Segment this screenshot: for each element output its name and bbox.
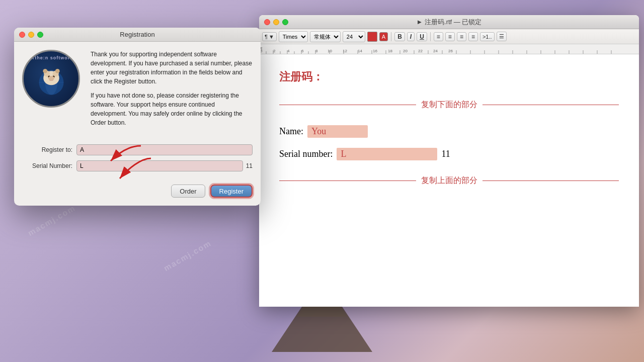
svg-text:26: 26 — [448, 49, 453, 53]
top-divider-line-left — [279, 105, 416, 105]
serial-number-input[interactable] — [76, 160, 243, 171]
svg-text:2: 2 — [273, 49, 276, 53]
bottom-divider-line-right — [482, 180, 619, 181]
svg-text:10: 10 — [328, 49, 332, 53]
doc-name-label: Name: — [279, 126, 303, 137]
rtf-close-button[interactable] — [264, 19, 270, 25]
document-title: 注册码： — [279, 69, 619, 84]
register-button[interactable]: Register — [210, 185, 253, 198]
align-right-button[interactable]: ≡ — [457, 32, 466, 41]
dialog-body: northe:n softworks — [14, 42, 261, 140]
register-to-label: Register to: — [22, 146, 72, 153]
description-paragraph-2: If you have not done so, please consider… — [91, 91, 253, 127]
dialog-fields: Register to: Serial Number: 11 — [14, 140, 261, 185]
register-to-input[interactable] — [76, 144, 253, 155]
serial-number-input-container: 11 — [76, 160, 253, 171]
rtf-titlebar: ► 注册码.rtf — 已锁定 — [259, 15, 639, 29]
register-to-row: Register to: — [22, 144, 253, 155]
minimize-button[interactable] — [28, 32, 34, 38]
font-name-select[interactable]: Times — [279, 31, 308, 42]
maximize-button[interactable] — [37, 32, 43, 38]
rtf-content: 注册码： 复制下面的部分 Name: You Serial number: L … — [259, 54, 639, 307]
text-color-button[interactable] — [367, 32, 377, 42]
order-button[interactable]: Order — [171, 185, 205, 198]
color-picker-button[interactable]: A — [379, 32, 388, 41]
register-to-input-container — [76, 144, 253, 155]
svg-text:18: 18 — [388, 49, 392, 53]
svg-text:4: 4 — [287, 49, 290, 53]
paragraph-icon: ¶ — [265, 34, 268, 40]
font-size-select[interactable]: 24 — [343, 31, 365, 42]
top-divider-text: 复制下面的部分 — [421, 100, 477, 110]
logo-text-top: northe:n softworks — [26, 55, 76, 60]
bold-button[interactable]: B — [394, 32, 405, 41]
doc-serial-label: Serial number: — [279, 149, 333, 159]
serial-number-label: Serial Number: — [22, 162, 72, 169]
underline-button[interactable]: U — [417, 32, 427, 41]
bear-logo-icon — [34, 61, 69, 97]
bottom-divider-line-left — [279, 180, 416, 181]
registration-dialog: Registration northe:n softworks — [14, 28, 261, 206]
titlebar-controls — [19, 32, 43, 38]
svg-text:6: 6 — [301, 49, 304, 53]
dialog-titlebar: Registration — [14, 28, 261, 42]
doc-name-row: Name: You — [279, 125, 619, 138]
rtf-ruler: 0 2 4 6 8 10 12 14 16 18 20 22 24 26 — [259, 44, 639, 54]
toolbar-divider-1 — [391, 32, 391, 41]
italic-button[interactable]: I — [407, 32, 415, 41]
doc-serial-row: Serial number: L 11 — [279, 148, 619, 160]
svg-point-9 — [55, 68, 59, 73]
rtf-titlebar-controls — [264, 19, 288, 25]
svg-text:14: 14 — [358, 49, 362, 53]
watermark-6: macmj.com — [163, 239, 213, 274]
bottom-divider-section: 复制上面的部分 — [279, 175, 619, 186]
bottom-divider-text: 复制上面的部分 — [421, 175, 477, 186]
align-left-button[interactable]: ≡ — [434, 32, 443, 41]
svg-text:8: 8 — [315, 49, 318, 53]
svg-text:22: 22 — [418, 49, 423, 53]
align-center-button[interactable]: ≡ — [445, 32, 455, 41]
font-style-select[interactable]: 常规体 — [310, 31, 341, 42]
list-button[interactable]: ☰ — [497, 32, 507, 41]
serial-number-row: Serial Number: 11 — [22, 160, 253, 171]
top-divider-section: 复制下面的部分 — [279, 100, 619, 110]
dialog-logo: northe:n softworks — [22, 50, 83, 110]
rtf-window: ► 注册码.rtf — 已锁定 ¶ ▼ Times 常规体 24 A B I U… — [259, 15, 639, 307]
svg-text:16: 16 — [373, 49, 377, 53]
watermark-5: macmj.com — [27, 204, 77, 238]
svg-point-8 — [43, 68, 47, 73]
dialog-text: Thank you for supporting independent sof… — [91, 50, 253, 132]
ruler-svg: 0 2 4 6 8 10 12 14 16 18 20 22 24 26 — [259, 44, 639, 54]
dialog-title: Registration — [120, 31, 154, 38]
toolbar-arrow: ▼ — [269, 34, 274, 40]
svg-text:24: 24 — [433, 49, 438, 53]
rtf-maximize-button[interactable] — [282, 19, 288, 25]
close-button[interactable] — [19, 32, 25, 38]
rtf-toolbar: ¶ ▼ Times 常规体 24 A B I U ≡ ≡ ≡ ≡ >1.. ☰ — [259, 29, 639, 44]
dialog-buttons: Order Register — [14, 185, 261, 206]
rtf-minimize-button[interactable] — [273, 19, 279, 25]
svg-text:20: 20 — [403, 49, 408, 53]
align-justify-button[interactable]: ≡ — [468, 32, 478, 41]
doc-serial-suffix: 11 — [441, 149, 450, 159]
toolbar-divider-2 — [430, 32, 431, 41]
doc-name-value: You — [307, 125, 368, 138]
serial-suffix: 11 — [246, 162, 253, 169]
paragraph-mark-button[interactable]: ¶ ▼ — [262, 32, 277, 41]
top-divider-line-right — [482, 105, 619, 105]
doc-serial-value: L — [337, 148, 437, 160]
description-paragraph-1: Thank you for supporting independent sof… — [91, 50, 253, 86]
svg-text:12: 12 — [343, 49, 347, 53]
rtf-window-title: ► 注册码.rtf — 已锁定 — [417, 18, 482, 27]
svg-point-13 — [48, 75, 54, 80]
indent-button[interactable]: >1.. — [480, 32, 495, 41]
logo-circle: northe:n softworks — [22, 50, 80, 108]
